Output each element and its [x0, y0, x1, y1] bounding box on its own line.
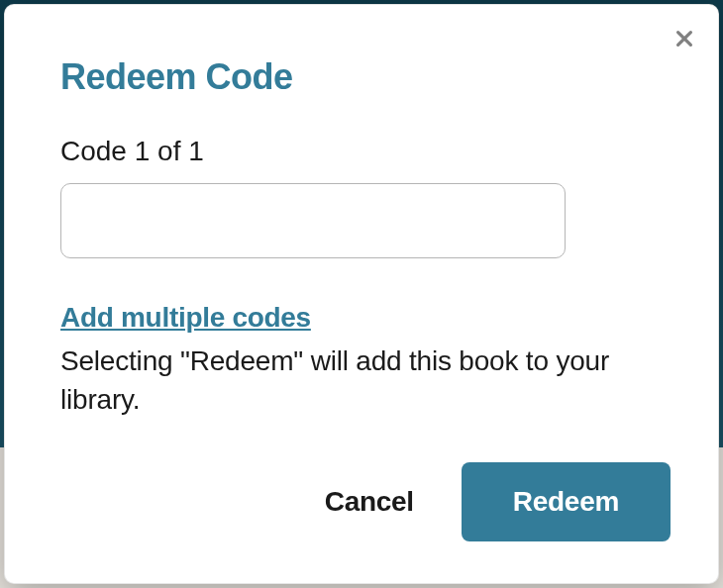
- modal-content: Redeem Code Code 1 of 1 Add multiple cod…: [5, 5, 718, 433]
- modal-title: Redeem Code: [60, 56, 663, 98]
- cancel-button[interactable]: Cancel: [321, 478, 418, 526]
- code-counter-label: Code 1 of 1: [60, 136, 663, 167]
- code-input[interactable]: [60, 183, 566, 258]
- add-multiple-codes-link[interactable]: Add multiple codes: [60, 302, 311, 334]
- close-button[interactable]: [669, 23, 700, 54]
- modal-footer: Cancel Redeem: [5, 433, 718, 583]
- redeem-code-modal: Redeem Code Code 1 of 1 Add multiple cod…: [4, 4, 719, 584]
- helper-text: Selecting "Redeem" will add this book to…: [60, 342, 663, 419]
- close-icon: [673, 28, 695, 49]
- redeem-button[interactable]: Redeem: [462, 462, 671, 541]
